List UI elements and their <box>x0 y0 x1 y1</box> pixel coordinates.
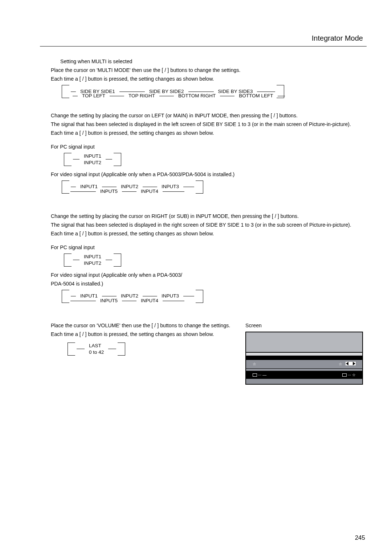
rect-icon <box>253 373 257 377</box>
right-pc-cycle: INPUT1 INPUT2 <box>64 254 121 267</box>
screen-footer-right: ··· ☆ <box>342 372 356 378</box>
multi-line2: Each time a [ / ] button is pressed, the… <box>51 75 363 83</box>
left-pc-cycle: INPUT1 INPUT2 <box>64 153 121 166</box>
left-p1: Change the setting by placing the cursor… <box>51 112 363 119</box>
multi-cycle-node: BOTTOM LEFT <box>236 92 276 100</box>
screen-mock: ☆ ☆ ··· <box>245 332 363 385</box>
multi-cycle-node: TOP RIGHT <box>126 92 158 100</box>
cycle-node: INPUT2 <box>84 159 101 166</box>
volume-cycle: LAST 0 to 42 <box>68 343 125 356</box>
multi-cycle: SIDE BY SIDE1 SIDE BY SIDE2 SIDE BY SIDE… <box>62 85 286 106</box>
left-pc-label: For PC signal input <box>51 143 363 151</box>
cycle-node: INPUT2 <box>84 260 101 267</box>
cycle-node: INPUT1 <box>84 153 101 159</box>
left-video-cycle: INPUT1 INPUT2 INPUT3 INPUT5 INPUT4 <box>62 181 203 202</box>
triangle-right-icon <box>353 362 355 365</box>
cycle-node: INPUT5 <box>97 188 121 195</box>
page-number: 245 <box>355 533 365 543</box>
cycle-node: INPUT5 <box>97 297 121 305</box>
right-video-label2: PDA-5004 is installed.) <box>51 280 363 288</box>
rect-icon <box>342 373 347 377</box>
multi-line1: Place the cursor on 'MULTI MODE' then us… <box>51 66 363 74</box>
volume-p2: Each time a [ / ] button is pressed, the… <box>51 330 231 338</box>
right-p2: The signal that has been selected is dis… <box>51 221 363 229</box>
multi-heading: Setting when MULTI is selected <box>51 57 363 65</box>
cycle-node: INPUT1 <box>84 254 101 260</box>
cycle-node: INPUT4 <box>138 297 161 305</box>
dash-icon: — <box>262 372 266 378</box>
triangle-left-icon <box>346 362 348 365</box>
right-video-label1: For video signal input (Applicable only … <box>51 271 363 279</box>
page-header: Integrator Mode <box>40 33 367 44</box>
header-rule <box>40 46 367 46</box>
right-video-cycle: INPUT1 INPUT2 INPUT3 INPUT5 INPUT4 <box>62 290 203 311</box>
right-p1: Change the setting by placing the cursor… <box>51 212 363 220</box>
cycle-node: 0 to 42 <box>89 349 104 356</box>
screen-arrows <box>346 362 356 365</box>
right-p3: Each time a [ / ] button is pressed, the… <box>51 230 363 238</box>
left-p3: Each time a [ / ] button is pressed, the… <box>51 129 363 137</box>
star-icon: ☆ <box>352 372 356 378</box>
cycle-node: INPUT4 <box>138 188 161 195</box>
left-video-label: For video signal input (Applicable only … <box>51 170 363 178</box>
multi-cycle-node: TOP LEFT <box>79 92 108 100</box>
left-p2: The signal that has been selected is dis… <box>51 120 363 128</box>
screen-star-left: ☆ <box>253 361 256 367</box>
screen-label: Screen <box>245 321 363 329</box>
dots-icon: ··· <box>258 372 261 378</box>
multi-cycle-node: BOTTOM RIGHT <box>175 92 219 100</box>
volume-p1: Place the cursor on 'VOLUME' then use th… <box>51 321 231 329</box>
dots-icon: ··· <box>348 372 351 378</box>
cycle-node: LAST <box>89 343 104 349</box>
screen-footer-left: ··· — <box>253 372 266 378</box>
right-pc-label: For PC signal input <box>51 243 363 251</box>
screen-star-right: ☆ <box>339 362 342 366</box>
